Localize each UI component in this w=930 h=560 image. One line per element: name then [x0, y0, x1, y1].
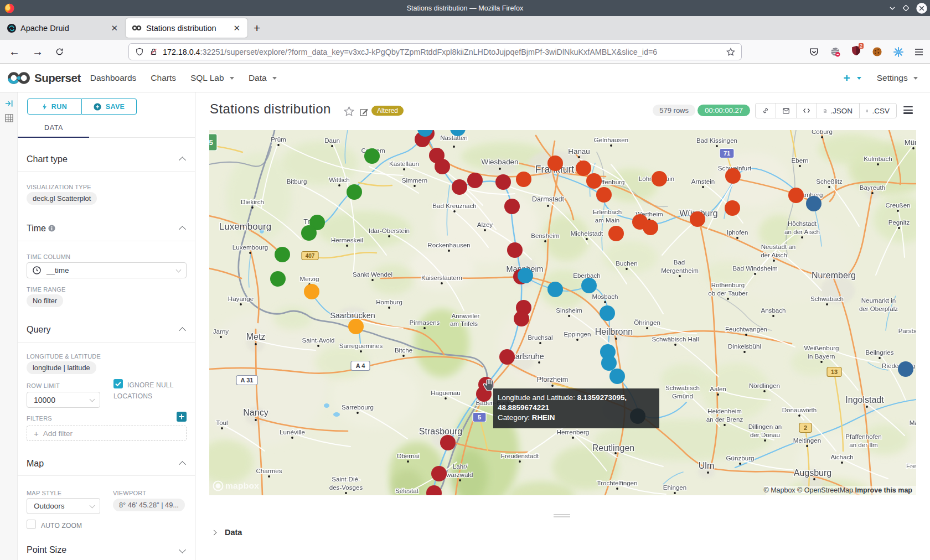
svg-text:Sinsheim: Sinsheim — [556, 307, 582, 314]
svg-text:mapbox: mapbox — [225, 481, 259, 490]
svg-text:Darmstadt: Darmstadt — [532, 195, 565, 203]
svg-text:Höchstadt: Höchstadt — [788, 220, 817, 227]
svg-text:Sankt Wendel: Sankt Wendel — [353, 271, 392, 278]
svg-text:Saint-Dié-: Saint-Dié- — [332, 475, 360, 483]
svg-text:Reutlingen: Reutlingen — [592, 443, 635, 453]
svg-text:Bad Windsheim: Bad Windsheim — [732, 265, 777, 272]
svg-text:Mosbach: Mosbach — [592, 293, 618, 300]
svg-text:Nördlingen: Nördlingen — [749, 382, 780, 389]
svg-text:Bad Kissingen: Bad Kissingen — [696, 137, 737, 144]
svg-text:Ingolstadt: Ingolstadt — [845, 395, 884, 405]
svg-text:Dillingen an: Dillingen an — [748, 423, 782, 430]
svg-text:Rockenhausen: Rockenhausen — [427, 241, 470, 248]
svg-text:Aichach: Aichach — [830, 453, 853, 460]
svg-text:affenburg: affenburg — [598, 178, 625, 185]
svg-text:Bruchsal: Bruchsal — [528, 334, 552, 341]
svg-text:Neumarkt in: Neumarkt in — [861, 297, 896, 304]
svg-text:Freis: Freis — [906, 462, 916, 469]
svg-text:Metz: Metz — [246, 332, 266, 341]
svg-text:Kaiserslautern: Kaiserslautern — [421, 274, 462, 281]
svg-text:Luxembourg: Luxembourg — [232, 243, 268, 251]
svg-text:Daun: Daun — [324, 137, 340, 144]
svg-text:Hanau: Hanau — [568, 147, 590, 155]
svg-text:2: 2 — [804, 424, 807, 431]
svg-text:Weißenburg: Weißenburg — [804, 344, 839, 351]
svg-text:Saarbrücken: Saarbrücken — [330, 311, 375, 320]
svg-text:Longitude and Latitude: 8.1359: Longitude and Latitude: 8.1359273095, — [498, 393, 627, 402]
svg-text:in Bayern: in Bayern — [808, 352, 835, 360]
svg-text:Bensheim: Bensheim — [531, 232, 560, 239]
svg-text:Trochtelfingen: Trochtelfingen — [597, 479, 637, 486]
svg-text:Buchen: Buchen — [616, 260, 637, 267]
svg-text:Schwäbisch Hall: Schwäbisch Hall — [652, 335, 699, 343]
svg-text:Meitingen: Meitingen — [793, 437, 821, 444]
svg-text:13: 13 — [831, 369, 838, 375]
svg-text:Scheßlitz: Scheßlitz — [816, 178, 843, 185]
svg-text:Ulm: Ulm — [699, 461, 714, 470]
svg-text:Eppingen: Eppingen — [564, 330, 591, 338]
svg-text:A 4: A 4 — [356, 362, 366, 369]
svg-text:des-Vosges: des-Vosges — [329, 484, 363, 491]
svg-text:Nuremberg: Nuremberg — [812, 271, 856, 280]
svg-text:Dinkelsbühl: Dinkelsbühl — [728, 343, 761, 350]
svg-text:Toul: Toul — [216, 419, 228, 426]
svg-text:Karlsruhe: Karlsruhe — [510, 352, 544, 361]
svg-text:Aalen: Aalen — [710, 385, 726, 392]
svg-text:an der Aisch: an der Aisch — [784, 228, 820, 235]
svg-text:Ansbach: Ansbach — [761, 307, 786, 314]
svg-text:Schwäbisch: Schwäbisch — [665, 384, 700, 391]
svg-text:Gelnhausen: Gelnhausen — [594, 136, 629, 143]
svg-text:5: 5 — [478, 414, 481, 421]
svg-text:Lahr/: Lahr/ — [453, 463, 468, 470]
svg-text:ob der Tauber: ob der Tauber — [708, 289, 747, 297]
svg-text:Wittlich: Wittlich — [329, 176, 349, 183]
svg-text:am Trifels: am Trifels — [450, 320, 478, 327]
svg-text:Herrenberg: Herrenberg — [557, 428, 590, 435]
svg-text:48.8859674221: 48.8859674221 — [498, 403, 550, 412]
svg-text:Schwabach: Schwabach — [810, 295, 844, 302]
svg-text:Donauwörth: Donauwörth — [782, 406, 817, 413]
svg-text:Charmes: Charmes — [256, 467, 282, 474]
svg-text:der Aisch: der Aisch — [761, 251, 787, 258]
svg-text:Wiesbaden: Wiesbaden — [482, 158, 519, 166]
svg-text:Bad: Bad — [674, 258, 685, 266]
svg-text:Heidenheim: Heidenheim — [707, 407, 742, 414]
svg-text:Iphofen: Iphofen — [727, 229, 748, 236]
svg-text:407: 407 — [306, 253, 315, 259]
svg-text:Homburg: Homburg — [376, 298, 402, 305]
svg-text:Parsbe: Parsbe — [898, 327, 916, 334]
svg-text:Eberbach: Eberbach — [573, 272, 601, 279]
svg-text:Öhringen: Öhringen — [634, 319, 660, 326]
svg-text:Kulmbach: Kulmbach — [864, 155, 892, 162]
svg-text:Sarrebourg: Sarrebourg — [342, 403, 374, 411]
svg-text:Arnstein: Arnstein — [691, 178, 715, 185]
svg-text:der Oberpfalz: der Oberpfalz — [859, 305, 898, 312]
svg-text:Pegnitz: Pegnitz — [888, 219, 910, 226]
svg-text:Erlenbach: Erlenbach — [593, 208, 622, 215]
svg-text:Heilbronn: Heilbronn — [595, 327, 633, 336]
svg-text:Nancy: Nancy — [243, 408, 268, 417]
svg-text:© Mapbox © OpenStreetMap Impro: © Mapbox © OpenStreetMap Improve this ma… — [763, 486, 912, 494]
svg-text:Hermeskeil: Hermeskeil — [331, 236, 363, 243]
svg-text:Mergentheim: Mergentheim — [661, 267, 699, 274]
svg-text:Pforzheim: Pforzheim — [537, 376, 569, 383]
svg-text:Strasbourg: Strasbourg — [419, 427, 462, 436]
svg-text:Prüm: Prüm — [271, 136, 286, 143]
svg-text:Saint-Avold: Saint-Avold — [302, 336, 334, 344]
svg-text:Münc: Münc — [905, 138, 916, 147]
svg-text:Diekirch: Diekirch — [241, 198, 264, 205]
svg-text:Mai: Mai — [910, 419, 916, 426]
svg-text:Pfaffenhofen: Pfaffenhofen — [845, 433, 882, 440]
svg-text:Gmünd: Gmünd — [672, 392, 693, 400]
svg-text:Creußen: Creußen — [885, 201, 910, 209]
svg-text:Ehingen: Ehingen — [663, 484, 687, 491]
svg-text:Bad Kreuznach: Bad Kreuznach — [432, 202, 476, 209]
svg-text:Sélestat: Sélestat — [395, 487, 419, 494]
svg-text:Jarny: Jarny — [213, 328, 229, 335]
svg-text:Simmern: Simmern — [402, 177, 427, 184]
svg-text:Günzburg: Günzburg — [726, 454, 755, 462]
svg-text:Pirmasens: Pirmasens — [410, 319, 440, 326]
svg-text:Annweiler: Annweiler — [452, 312, 480, 319]
svg-text:Rothenburg: Rothenburg — [711, 281, 745, 288]
svg-text:Luxembourg: Luxembourg — [219, 221, 272, 232]
